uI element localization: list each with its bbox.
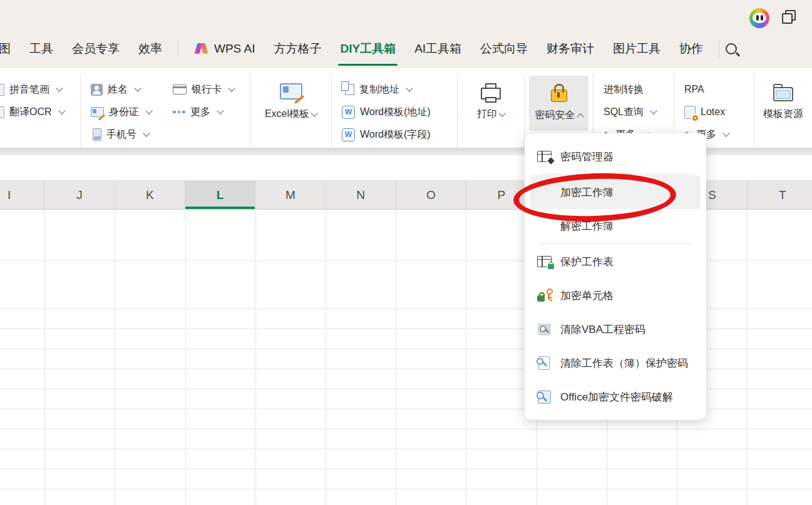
password-security-label: 密码安全 <box>535 109 575 122</box>
chevron-down-icon <box>56 84 63 91</box>
copy-address-button[interactable]: 复制地址 <box>332 78 457 101</box>
ribbon-group-pinyin-ocr: 拼音笔画 翻译OCR <box>0 68 80 148</box>
ai-assistant-icon[interactable] <box>749 8 769 28</box>
print-label: 打印 <box>477 108 497 121</box>
template-resource-button[interactable]: 模板资源 <box>754 68 812 148</box>
menu-item-encrypt-cell[interactable]: 加密单元格 <box>530 278 701 312</box>
menubar-divider <box>719 40 719 58</box>
chevron-down-icon <box>58 107 65 114</box>
person-icon <box>91 84 103 96</box>
ribbon-group-extract: 姓名 身份证 手机号 银行卡 <box>81 68 250 148</box>
tab-efficiency[interactable]: 效率 <box>129 29 172 68</box>
lotex-button[interactable]: Lotex <box>674 101 754 123</box>
menu-item-office-password-crack[interactable]: Office加密文件密码破解 <box>530 380 701 414</box>
id-card-button[interactable]: 身份证 <box>81 101 170 123</box>
wps-ai-logo-icon <box>194 43 210 55</box>
tab-formula-wizard[interactable]: 公式向导 <box>471 29 537 68</box>
folder-icon <box>773 87 793 101</box>
gridline <box>466 210 466 505</box>
password-manager-icon <box>537 151 552 162</box>
translate-ocr-button[interactable]: 翻译OCR <box>0 101 80 123</box>
tab-fangfanggezi[interactable]: 方方格子 <box>264 29 331 68</box>
more-extract-button[interactable]: 更多 <box>170 101 250 123</box>
base-convert-button[interactable]: 进制转换 <box>594 78 674 101</box>
menu-item-clear-sheet-password[interactable]: 清除工作表（簿）保护密码 <box>530 346 701 380</box>
column-header-i[interactable]: I <box>0 181 44 209</box>
menubar-divider <box>178 40 178 58</box>
translate-ocr-label: 翻译OCR <box>9 106 52 119</box>
menu-item-decrypt-workbook[interactable]: 解密工作簿 <box>530 209 701 243</box>
lotex-icon <box>684 106 696 119</box>
excel-template-label: Excel模板 <box>265 108 309 121</box>
column-header-t[interactable]: T <box>748 181 812 209</box>
tab-finance-audit[interactable]: 财务审计 <box>537 29 604 68</box>
name-button[interactable]: 姓名 <box>81 78 170 101</box>
chevron-down-icon <box>406 84 413 91</box>
id-card-label: 身份证 <box>109 106 139 119</box>
titlebar <box>0 0 812 29</box>
restore-window-icon[interactable] <box>782 10 796 24</box>
word-icon <box>342 128 355 141</box>
column-header-l-selected[interactable]: L <box>185 181 255 209</box>
gridline <box>326 210 326 505</box>
tab-ai-toolbox[interactable]: AI工具箱 <box>405 29 471 68</box>
gridline <box>396 210 396 505</box>
gridline <box>0 449 812 449</box>
clear-vba-password-icon <box>538 324 551 335</box>
menu-tab-bar: 图 工具 会员专享 效率 WPS AI 方方格子 DIY工具箱 AI工具箱 公式… <box>0 29 812 69</box>
protect-sheet-icon <box>537 256 552 267</box>
column-header-m[interactable]: M <box>255 181 326 209</box>
chevron-down-icon <box>134 84 141 91</box>
id-card-icon <box>91 107 104 117</box>
excel-template-button[interactable]: Excel模板 <box>250 68 331 148</box>
menu-item-encrypt-workbook[interactable]: 加密工作簿 <box>530 175 701 209</box>
print-button[interactable]: 打印 <box>458 68 524 148</box>
phone-icon <box>93 128 101 141</box>
wps-spreadsheet-window: 图 工具 会员专享 效率 WPS AI 方方格子 DIY工具箱 AI工具箱 公式… <box>0 0 812 505</box>
sql-query-button[interactable]: SQL查询 <box>594 101 674 123</box>
column-header-n[interactable]: N <box>326 181 396 209</box>
bank-card-label: 银行卡 <box>192 83 222 96</box>
menu-item-label: 密码管理器 <box>560 150 614 164</box>
word-template-field-button[interactable]: Word模板(字段) <box>332 123 457 146</box>
column-header-j[interactable]: J <box>44 181 115 209</box>
chevron-down-icon <box>145 107 152 114</box>
column-header-k[interactable]: K <box>115 181 185 209</box>
pinyin-stroke-button[interactable]: 拼音笔画 <box>0 78 80 101</box>
word-template-field-label: Word模板(字段) <box>360 128 431 141</box>
tab-tools[interactable]: 工具 <box>20 29 63 68</box>
menu-item-protect-sheet[interactable]: 保护工作表 <box>530 245 701 278</box>
more-dots-icon <box>173 111 185 114</box>
ribbon-group-excel-template: Excel模板 <box>250 68 331 148</box>
phone-number-label: 手机号 <box>106 128 136 141</box>
search-icon[interactable] <box>726 43 737 54</box>
column-header-o[interactable]: O <box>396 181 466 209</box>
tab-wps-ai-label: WPS AI <box>214 42 255 56</box>
template-resource-label: 模板资源 <box>763 108 803 121</box>
password-security-button[interactable]: 密码安全 <box>529 76 588 131</box>
menu-item-clear-vba-password[interactable]: 清除VBA工程密码 <box>530 312 701 346</box>
chevron-down-icon <box>311 110 317 116</box>
tab-collaboration[interactable]: 协作 <box>670 29 712 68</box>
tab-wps-ai[interactable]: WPS AI <box>185 29 264 68</box>
tab-membership[interactable]: 会员专享 <box>63 29 129 68</box>
word-template-address-button[interactable]: Word模板(地址) <box>332 101 457 123</box>
gridline <box>185 210 186 505</box>
menu-item-label: Office加密文件密码破解 <box>560 390 673 404</box>
menu-divider <box>538 243 693 244</box>
tab-draw[interactable]: 图 <box>0 29 20 68</box>
pinyin-stroke-label: 拼音笔画 <box>9 83 49 96</box>
word-icon <box>342 106 355 119</box>
more-extract-label: 更多 <box>190 106 210 119</box>
sql-query-label: SQL查询 <box>604 106 644 119</box>
tab-diy-toolbox[interactable]: DIY工具箱 <box>331 29 405 68</box>
gridline <box>255 210 256 505</box>
rpa-button[interactable]: RPA <box>674 78 754 101</box>
menu-item-password-manager[interactable]: 密码管理器 <box>530 140 701 173</box>
copy-address-label: 复制地址 <box>359 83 399 96</box>
menu-item-label: 清除工作表（簿）保护密码 <box>560 356 688 370</box>
encrypt-cell-icon <box>537 289 551 302</box>
bank-card-button[interactable]: 银行卡 <box>170 78 250 101</box>
tab-picture-tools[interactable]: 图片工具 <box>604 29 670 68</box>
phone-number-button[interactable]: 手机号 <box>81 123 170 146</box>
